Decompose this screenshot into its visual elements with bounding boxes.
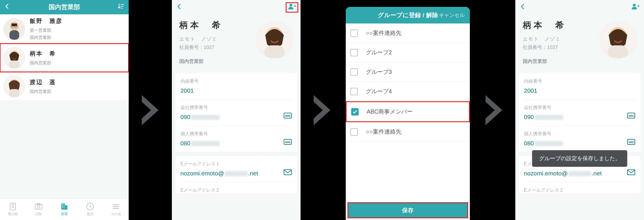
info-label: Eメールアドレス２ [524, 187, 635, 193]
avatar-large [256, 21, 293, 58]
checkbox-icon[interactable] [350, 88, 358, 95]
sms-icon[interactable]: SMS [627, 112, 635, 120]
back-arrow-icon[interactable] [176, 3, 183, 11]
contact-row[interactable]: 飯野 雅彦 第一営業部 国内営業部 [0, 14, 129, 43]
svg-marker-36 [142, 95, 158, 125]
svg-rect-49 [284, 170, 291, 175]
info-row-extension[interactable]: 内線番号 2001 [524, 73, 635, 100]
group-item-highlighted[interactable]: ABC商事メンバー [346, 101, 470, 122]
profile-dept: 国内営業部 [179, 58, 223, 65]
group-item[interactable]: グループ2 [346, 43, 470, 62]
save-label: 保存 [402, 207, 414, 214]
save-button[interactable]: 保存 [347, 202, 468, 218]
group-item[interactable]: グループ3 [346, 62, 470, 82]
detail-header [172, 0, 301, 14]
svg-rect-64 [627, 170, 635, 175]
add-person-icon[interactable] [288, 3, 297, 11]
toast-text: グループの設定を保存しました。 [539, 155, 621, 161]
info-row-extension[interactable]: 内線番号 2001 [180, 73, 292, 100]
info-label: 内線番号 [180, 78, 292, 84]
group-label: ○○案件連絡先 [366, 128, 401, 136]
add-person-icon[interactable] [631, 3, 640, 11]
group-label: ABC商事メンバー [367, 108, 413, 116]
contact-name: 渡辺 遥 [30, 78, 56, 86]
info-value: 2001 [180, 87, 292, 94]
info-value: nozomi.emoto@.net [524, 170, 635, 177]
checkbox-icon[interactable] [350, 29, 358, 37]
screen-contact-detail: 柄本 希 エモト ノゾミ 社員番号：1027 国内営業部 内線番号 2001 会… [172, 0, 301, 220]
tab-label: 電話帳 [8, 212, 18, 217]
tab-history[interactable]: 履歴 [77, 199, 103, 220]
checkbox-icon[interactable] [350, 128, 358, 136]
contact-sub1: 第一営業部 [30, 28, 63, 33]
contact-row[interactable]: 渡辺 遥 国内営業部 [0, 72, 129, 101]
sort-icon[interactable] [117, 3, 125, 12]
avatar-large [599, 21, 637, 58]
sms-icon[interactable]: SMS [627, 139, 635, 147]
svg-rect-26 [62, 204, 63, 205]
svg-rect-21 [35, 204, 42, 209]
svg-text:SMS: SMS [628, 141, 634, 144]
info-row-email1[interactable]: Eメールアドレス１ nozomi.emoto@.net [180, 156, 292, 182]
tab-bar: 電話帳 読取 部署 履歴 その他 [0, 198, 129, 220]
svg-rect-5 [9, 30, 19, 39]
cancel-button[interactable]: キャンセル [439, 12, 465, 19]
profile-kana: エモト ノゾミ [523, 36, 566, 42]
group-item[interactable]: グループ4 [346, 82, 470, 101]
tab-other[interactable]: その他 [103, 199, 129, 220]
checkbox-icon[interactable] [350, 68, 358, 76]
mail-icon[interactable] [627, 169, 635, 177]
svg-text:SMS: SMS [285, 114, 291, 117]
screen-group-modal: グループに登録 / 解除 キャンセル ○○案件連絡先 グループ2 グループ3 グ… [343, 0, 472, 220]
svg-rect-29 [63, 206, 64, 207]
screen-contact-list: 国内営業部 飯野 雅彦 第一営業部 国内営業部 柄本 希 国内営業部 渡辺 遥 … [0, 0, 129, 220]
header-title: 国内営業部 [49, 3, 80, 11]
checkbox-icon[interactable] [351, 108, 359, 116]
contact-sub2: 国内営業部 [30, 35, 63, 40]
info-label: 個人携帯番号 [524, 131, 635, 137]
tab-department[interactable]: 部署 [51, 199, 77, 220]
svg-point-58 [614, 36, 616, 38]
back-arrow-icon[interactable] [4, 3, 10, 11]
contact-row-highlighted[interactable]: 柄本 希 国内営業部 [0, 43, 129, 72]
tab-label: 履歴 [87, 212, 94, 217]
svg-point-44 [277, 36, 279, 38]
back-arrow-icon[interactable] [519, 3, 526, 11]
info-row-company-mobile[interactable]: 会社携帯番号 090 SMS [524, 100, 635, 126]
info-row-email2[interactable]: Eメールアドレス２ [180, 182, 292, 193]
info-card-phones: 内線番号 2001 会社携帯番号 090 SMS 個人携帯番号 080 SMS [519, 73, 641, 152]
info-card-emails: Eメールアドレス１ nozomi.emoto@.net Eメールアドレス２ [175, 156, 297, 193]
svg-point-37 [289, 4, 292, 7]
svg-rect-25 [65, 205, 67, 210]
info-row-email2[interactable]: Eメールアドレス２ [524, 182, 635, 193]
checkbox-icon[interactable] [350, 49, 358, 56]
info-row-personal-mobile[interactable]: 個人携帯番号 080 SMS [180, 126, 292, 152]
svg-rect-42 [264, 45, 285, 59]
tab-scan[interactable]: 読取 [26, 199, 51, 220]
profile-name: 柄本 希 [523, 19, 566, 31]
svg-text:SMS: SMS [628, 114, 634, 117]
tab-label: 読取 [35, 212, 42, 217]
contact-text: 渡辺 遥 国内営業部 [30, 78, 56, 94]
group-item[interactable]: ○○案件連絡先 [346, 122, 470, 142]
profile-empno: 社員番号：1027 [179, 44, 223, 51]
modal-title: グループに登録 / 解除 [378, 11, 438, 19]
avatar [3, 76, 25, 97]
svg-rect-57 [608, 45, 628, 59]
info-card-phones: 内線番号 2001 会社携帯番号 090 SMS 個人携帯番号 080 SMS [175, 73, 297, 152]
info-value: 090 [180, 114, 292, 120]
contact-sub1: 国内営業部 [30, 89, 56, 94]
info-row-company-mobile[interactable]: 会社携帯番号 090 SMS [180, 100, 292, 126]
svg-rect-27 [63, 204, 64, 205]
tab-phonebook[interactable]: 電話帳 [0, 199, 26, 220]
modal-header: グループに登録 / 解除 キャンセル [346, 7, 470, 23]
contact-name: 柄本 希 [30, 50, 56, 58]
mail-icon[interactable] [283, 169, 292, 177]
sms-icon[interactable]: SMS [283, 139, 292, 147]
info-row-personal-mobile[interactable]: 個人携帯番号 080 SMS [524, 126, 635, 152]
tab-label: その他 [111, 212, 121, 217]
group-item[interactable]: ○○案件連絡先 [346, 23, 470, 43]
sms-icon[interactable]: SMS [283, 112, 292, 120]
svg-rect-28 [62, 206, 63, 207]
contact-text: 飯野 雅彦 第一営業部 国内営業部 [30, 17, 63, 40]
